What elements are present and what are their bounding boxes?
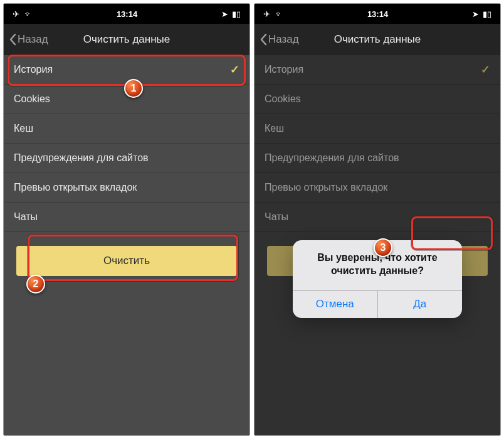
status-time: 13:14 (117, 9, 137, 19)
alert-confirm-button[interactable]: Да (377, 291, 463, 318)
alert-line2: очистить данные? (303, 265, 452, 278)
alert-dialog: Вы уверены, что хотите очистить данные? … (293, 240, 462, 318)
alert-message: Вы уверены, что хотите очистить данные? (293, 240, 462, 290)
row-label: Cookies (14, 93, 50, 105)
alert-confirm-label: Да (413, 298, 426, 310)
back-button[interactable]: Назад (9, 33, 48, 46)
wifi-icon: ᯤ (275, 9, 283, 19)
status-bar: ✈ ᯤ 13:14 ➤ ▮▯ (4, 4, 249, 24)
check-icon: ✓ (230, 63, 239, 77)
back-label: Назад (268, 33, 299, 46)
alert-cancel-label: Отмена (316, 298, 354, 310)
screenshot-left: ✈ ᯤ 13:14 ➤ ▮▯ Назад Очистить данные Ист… (3, 3, 250, 436)
nav-bar: Назад Очистить данные (4, 24, 249, 55)
status-time: 13:14 (367, 9, 388, 19)
airplane-icon: ✈ (13, 9, 19, 19)
back-button[interactable]: Назад (260, 33, 299, 46)
battery-icon: ▮▯ (232, 9, 241, 19)
page-title: Очистить данные (334, 33, 421, 46)
chevron-left-icon (9, 33, 16, 46)
alert-line1: Вы уверены, что хотите (303, 251, 452, 265)
row-warnings[interactable]: Предупреждения для сайтов (4, 144, 249, 173)
nav-bar: Назад Очистить данные (255, 24, 500, 55)
row-previews[interactable]: Превью открытых вкладок (4, 173, 249, 203)
location-icon: ➤ (221, 9, 228, 19)
clear-button[interactable]: Очистить (16, 246, 237, 276)
screenshot-right: ✈ ᯤ 13:14 ➤ ▮▯ Назад Очистить данные Ист… (254, 3, 501, 436)
alert-cancel-button[interactable]: Отмена (293, 291, 377, 318)
row-history[interactable]: История ✓ (4, 55, 249, 85)
row-label: Превью открытых вкладок (14, 182, 137, 193)
wifi-icon: ᯤ (24, 9, 33, 19)
row-label: История (14, 64, 53, 75)
row-cookies[interactable]: Cookies (4, 85, 249, 114)
row-chats[interactable]: Чаты (4, 203, 249, 232)
row-label: Предупреждения для сайтов (14, 152, 149, 164)
page-title: Очистить данные (83, 33, 171, 46)
status-bar: ✈ ᯤ 13:14 ➤ ▮▯ (255, 4, 500, 24)
clear-button-label: Очистить (103, 255, 150, 267)
chevron-left-icon (260, 33, 267, 46)
content: История ✓ Cookies Кеш Предупреждения для… (4, 55, 249, 435)
airplane-icon: ✈ (263, 9, 270, 19)
row-label: Кеш (14, 123, 33, 134)
row-label: Чаты (14, 211, 38, 223)
row-cache[interactable]: Кеш (4, 114, 249, 144)
location-icon: ➤ (472, 9, 479, 19)
content: История ✓ Cookies Кеш Предупреждения для… (255, 55, 500, 435)
back-label: Назад (18, 33, 48, 46)
battery-icon: ▮▯ (483, 9, 491, 19)
